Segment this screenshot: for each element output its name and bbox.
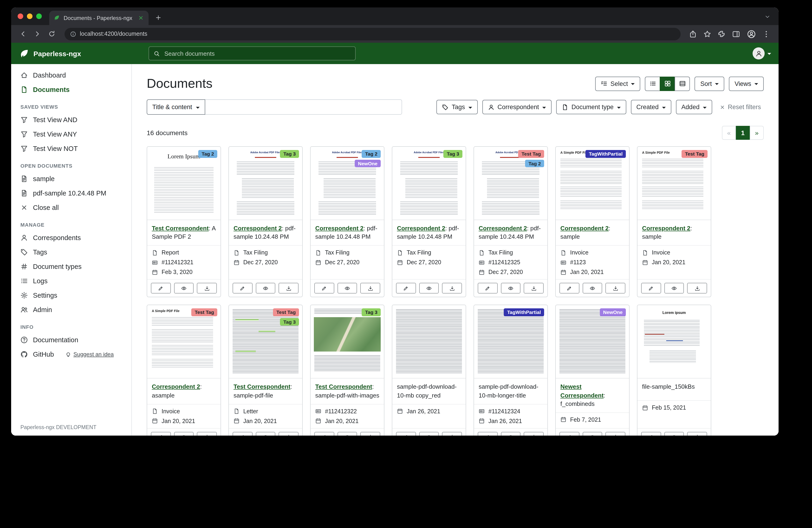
title-content-filter-input[interactable] bbox=[205, 99, 402, 115]
document-preview[interactable]: A Simple PDF File Test Tag bbox=[637, 147, 711, 220]
correspondent-link[interactable]: Correspondent 2 bbox=[560, 225, 609, 232]
document-card[interactable]: A Simple PDF File TagWithPartial Corresp… bbox=[555, 146, 629, 297]
app-logo[interactable]: Paperless-ngx bbox=[19, 48, 81, 58]
sidebar-item-logs[interactable]: Logs bbox=[11, 273, 131, 288]
view-button[interactable] bbox=[501, 283, 520, 294]
edit-button[interactable] bbox=[151, 283, 171, 294]
view-button[interactable] bbox=[664, 283, 684, 294]
back-button[interactable] bbox=[17, 28, 29, 40]
tag-badge[interactable]: Test Tag bbox=[191, 309, 217, 316]
sort-button[interactable]: Sort bbox=[695, 76, 724, 91]
tag-badge[interactable]: Tag 3 bbox=[362, 309, 381, 316]
correspondent-link[interactable]: Correspondent 2 bbox=[315, 225, 363, 232]
sidebar-item-admin[interactable]: Admin bbox=[11, 302, 131, 317]
tag-badge[interactable]: Tag 2 bbox=[525, 159, 544, 167]
document-card[interactable]: A Simple PDF File Test Tag Correspondent… bbox=[147, 305, 221, 436]
correspondent-filter-button[interactable]: Correspondent bbox=[482, 100, 552, 114]
download-button[interactable] bbox=[197, 432, 217, 436]
views-button[interactable]: Views bbox=[729, 76, 764, 91]
tags-filter-button[interactable]: Tags bbox=[436, 100, 478, 114]
tab-close-icon[interactable] bbox=[138, 15, 144, 21]
document-card[interactable]: NewOne Newest Correspondent: f_combineds… bbox=[555, 305, 629, 436]
document-preview[interactable]: Adobe Acrobat PDF Files Test TagTag 2 bbox=[474, 147, 547, 220]
correspondent-link[interactable]: Correspondent 2 bbox=[642, 225, 690, 232]
added-filter-button[interactable]: Added bbox=[676, 100, 712, 114]
download-button[interactable] bbox=[606, 283, 625, 294]
tag-badge[interactable]: Tag 2 bbox=[362, 150, 381, 158]
sidebar-item-test-view-and[interactable]: Test View AND bbox=[11, 112, 131, 127]
download-button[interactable] bbox=[279, 283, 299, 294]
select-button[interactable]: Select bbox=[595, 76, 640, 91]
tag-badge[interactable]: NewOne bbox=[600, 309, 626, 316]
view-button[interactable] bbox=[419, 283, 439, 294]
document-card[interactable]: Lorem ipsum file-sample_150kBs Feb 15, 2… bbox=[637, 305, 711, 436]
created-filter-button[interactable]: Created bbox=[631, 100, 671, 114]
sidebar-item-sample[interactable]: sample bbox=[11, 171, 131, 186]
document-card[interactable]: A Simple PDF File Test Tag Correspondent… bbox=[637, 146, 711, 297]
sidebar-item-document-types[interactable]: Document types bbox=[11, 259, 131, 273]
tag-badge[interactable]: TagWithPartial bbox=[586, 150, 626, 158]
search-input[interactable] bbox=[163, 49, 350, 57]
download-button[interactable] bbox=[524, 283, 543, 294]
correspondent-link[interactable]: Correspondent 2 bbox=[479, 225, 527, 232]
browser-tab[interactable]: Documents - Paperless-ngx bbox=[49, 11, 148, 25]
sidebar-item-test-view-not[interactable]: Test View NOT bbox=[11, 141, 131, 156]
global-search[interactable] bbox=[148, 46, 356, 60]
document-preview[interactable]: TagWithPartial bbox=[474, 305, 547, 379]
correspondent-link[interactable]: Correspondent 2 bbox=[233, 225, 282, 232]
tag-badge[interactable]: Tag 3 bbox=[280, 150, 299, 158]
edit-button[interactable] bbox=[560, 432, 579, 436]
sidebar-item-tags[interactable]: Tags bbox=[11, 245, 131, 259]
view-button[interactable] bbox=[174, 283, 193, 294]
edit-button[interactable] bbox=[641, 283, 661, 294]
user-menu[interactable] bbox=[753, 47, 779, 59]
document-card[interactable]: Adobe Acrobat PDF Files Tag 3 Correspond… bbox=[392, 146, 466, 297]
document-preview[interactable]: Adobe Acrobat PDF Files Tag 2NewOne bbox=[310, 147, 384, 220]
view-table-button[interactable] bbox=[675, 76, 690, 91]
extensions-icon[interactable] bbox=[718, 30, 726, 38]
edit-button[interactable] bbox=[396, 283, 416, 294]
view-button[interactable] bbox=[256, 283, 275, 294]
view-button[interactable] bbox=[582, 283, 602, 294]
zoom-button[interactable] bbox=[36, 13, 42, 19]
download-button[interactable] bbox=[361, 432, 380, 436]
edit-button[interactable] bbox=[396, 432, 416, 436]
edit-button[interactable] bbox=[478, 283, 497, 294]
reload-button[interactable] bbox=[45, 28, 58, 40]
view-button[interactable] bbox=[582, 432, 602, 436]
pagination-prev-button[interactable]: « bbox=[722, 126, 736, 140]
share-icon[interactable] bbox=[689, 30, 697, 38]
correspondent-link[interactable]: Test Correspondent bbox=[152, 225, 209, 232]
document-preview[interactable] bbox=[392, 305, 466, 379]
edit-button[interactable] bbox=[641, 432, 661, 436]
edit-button[interactable] bbox=[478, 432, 497, 436]
sidebar-link-suggest-an-idea[interactable]: Suggest an idea bbox=[66, 351, 114, 357]
tag-badge[interactable]: Tag 3 bbox=[280, 318, 299, 326]
document-card[interactable]: Lorem Ipsum Tag 2 Test Correspondent: A … bbox=[147, 146, 221, 297]
edit-button[interactable] bbox=[151, 432, 171, 436]
site-info-icon[interactable] bbox=[70, 31, 76, 37]
tag-badge[interactable]: Test Tag bbox=[273, 309, 299, 316]
document-preview[interactable]: A Simple PDF File TagWithPartial bbox=[556, 147, 629, 220]
document-preview[interactable]: Lorem Ipsum Tag 2 bbox=[147, 147, 220, 220]
document-card[interactable]: Adobe Acrobat PDF Files Test TagTag 2 Co… bbox=[474, 146, 548, 297]
close-button[interactable] bbox=[18, 13, 23, 19]
view-button[interactable] bbox=[174, 432, 193, 436]
view-button[interactable] bbox=[337, 283, 357, 294]
correspondent-link[interactable]: Test Correspondent bbox=[315, 383, 372, 390]
sidebar-item-test-view-any[interactable]: Test View ANY bbox=[11, 127, 131, 141]
sidebar-item-correspondents[interactable]: Correspondents bbox=[11, 230, 131, 245]
download-button[interactable] bbox=[687, 283, 707, 294]
view-grid-button[interactable] bbox=[660, 76, 675, 91]
document-preview[interactable]: Adobe Acrobat PDF Files Tag 3 bbox=[229, 147, 302, 220]
browser-profile-button[interactable] bbox=[746, 29, 756, 39]
pagination-next-button[interactable]: » bbox=[750, 126, 764, 140]
correspondent-link[interactable]: Test Correspondent bbox=[233, 383, 290, 390]
view-button[interactable] bbox=[256, 432, 275, 436]
address-bar[interactable]: localhost:4200/documents bbox=[64, 28, 681, 40]
filter-field-select[interactable]: Title & content bbox=[147, 99, 205, 115]
view-button[interactable] bbox=[419, 432, 439, 436]
tab-search-icon[interactable] bbox=[765, 14, 770, 19]
correspondent-link[interactable]: Correspondent 2 bbox=[397, 225, 445, 232]
sidebar-item-documents[interactable]: Documents bbox=[11, 82, 131, 97]
